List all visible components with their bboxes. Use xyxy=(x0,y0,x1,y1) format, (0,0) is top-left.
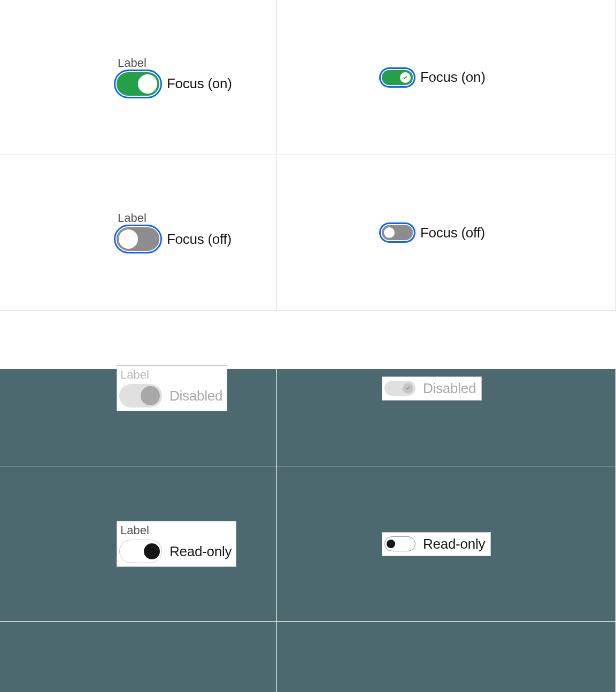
cell-focus-off-small: Focus (off) xyxy=(277,155,616,311)
toggle-switch[interactable] xyxy=(382,70,413,85)
toggle-card: Label Disabled xyxy=(117,365,227,411)
toggle-label: Label xyxy=(118,211,232,225)
toggle-label: Label xyxy=(120,524,149,537)
toggle-state-text: Read-only xyxy=(170,543,232,560)
checkmark-icon xyxy=(402,74,409,81)
cell-disabled-small: Disabled xyxy=(277,311,616,466)
toggle-card: Disabled xyxy=(382,376,482,401)
toggle-state-text: Read-only xyxy=(423,536,485,552)
toggle-state-text: Disabled xyxy=(170,388,222,404)
toggle-switch xyxy=(119,384,162,407)
cell-disabled-large: Label Disabled xyxy=(0,311,277,466)
checkmark-icon xyxy=(405,385,411,391)
toggle-knob xyxy=(138,74,157,94)
toggle-label: Label xyxy=(120,368,149,382)
toggle-switch xyxy=(119,540,162,563)
cell-focus-off-large: Label Focus (off) xyxy=(0,155,277,311)
toggle-knob xyxy=(387,540,395,548)
toggle-knob xyxy=(119,229,138,249)
toggle-knob xyxy=(400,72,411,83)
toggle-switch xyxy=(384,381,415,396)
toggle-state-text: Disabled xyxy=(423,380,476,397)
cell-readonly-large: Label Read-only xyxy=(0,466,277,622)
toggle-switch xyxy=(384,536,415,551)
toggle-label: Label xyxy=(118,56,232,70)
bottom-strip xyxy=(0,622,616,692)
toggle-card: Read-only xyxy=(382,532,491,556)
toggle-knob xyxy=(144,543,160,559)
toggle-state-text: Focus (off) xyxy=(167,231,232,248)
toggle-switch[interactable] xyxy=(117,227,159,251)
toggle-card: Label Read-only xyxy=(117,521,236,567)
toggle-knob xyxy=(141,386,160,405)
toggle-state-text: Focus (on) xyxy=(420,69,486,86)
toggle-state-text: Focus (off) xyxy=(420,225,485,241)
cell-focus-on-small: Focus (on) xyxy=(277,0,616,155)
toggle-state-text: Focus (on) xyxy=(167,75,232,92)
toggle-switch[interactable] xyxy=(382,225,413,240)
toggle-knob xyxy=(403,383,413,394)
toggle-states-grid: Label Focus (on) Focus (on) Label xyxy=(0,0,616,622)
toggle-knob xyxy=(384,227,395,238)
cell-readonly-small: Read-only xyxy=(277,466,616,622)
toggle-switch[interactable] xyxy=(117,72,159,96)
cell-focus-on-large: Label Focus (on) xyxy=(0,0,277,155)
